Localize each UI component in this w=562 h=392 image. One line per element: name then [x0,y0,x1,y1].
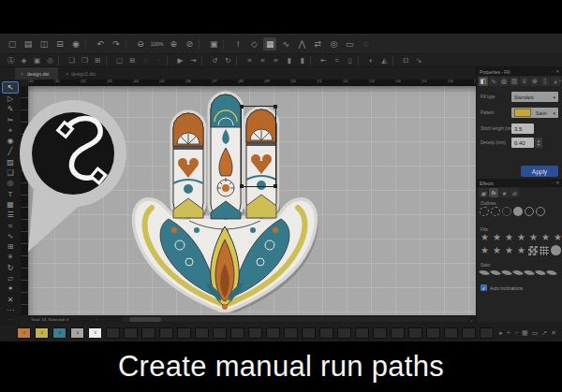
satin-style-6[interactable] [535,269,546,278]
color-chip[interactable] [391,327,405,339]
corner-chevron-icon[interactable]: ⌄ [469,316,474,323]
ptab-hoop[interactable]: ◍ [499,77,509,86]
color-chip[interactable]: 4 [70,327,84,339]
hamsa-design[interactable] [131,90,318,312]
sequence-list-tool[interactable]: ☰ [3,211,18,221]
manual-run-path-tool[interactable]: ∿ [3,231,18,241]
save-icon[interactable]: ◫ [37,37,51,51]
color-chip[interactable] [408,327,422,339]
design-canvas[interactable] [28,86,476,315]
color-chip[interactable] [106,327,120,339]
color-chip[interactable]: 5 [88,327,102,339]
warning-icon[interactable]: ! [231,37,244,51]
panel-toggle-icon[interactable]: ▭ [343,37,356,51]
flip-v-icon[interactable]: ≈ [332,55,342,65]
rotate-cw-icon[interactable]: ↻ [223,55,233,65]
pattern-dropdown[interactable]: Satin ▾ [511,108,558,118]
node-edit-tool[interactable]: ▷ [3,94,18,104]
divider[interactable] [58,56,64,65]
divider[interactable] [199,39,204,49]
outline-tool[interactable]: ▱ [3,273,18,283]
divider[interactable] [223,39,229,49]
color-chip[interactable] [230,327,244,339]
color-note-icon[interactable]: ▭ [532,329,539,336]
outline-style-2[interactable] [491,207,500,216]
ptab-fill[interactable]: ◧ [479,77,488,86]
selection-handle[interactable] [240,184,244,188]
grid-toggle-icon[interactable]: ▦ [263,37,276,51]
mesh-icon[interactable]: ⊞ [127,55,138,65]
divider[interactable] [358,56,363,65]
magnify-object-tool[interactable]: ◎ [3,179,18,189]
color-chip[interactable] [302,327,316,339]
tab-design-dst[interactable]: × design.dst [15,67,58,80]
ptab-trim[interactable]: ▯ [540,77,550,86]
swap-view-icon[interactable]: ⇄ [311,37,324,51]
outline-style-5[interactable] [525,207,534,216]
fill-style-6[interactable]: ★ [540,232,551,242]
satin-style-5[interactable] [524,269,535,278]
rotate-45-icon[interactable]: ◭ [379,55,390,65]
new-file-icon[interactable]: ▢ [6,37,19,51]
color-chip[interactable] [462,327,476,339]
selection-handle[interactable] [274,105,277,109]
fill-style-10[interactable]: ★ [504,245,514,255]
effects-tool[interactable]: ✳ [3,253,18,263]
fill-type-dropdown[interactable]: Standard ▾ [511,92,558,102]
close-tab-icon[interactable]: × [21,71,23,76]
fill-shape-icon[interactable]: ▣ [32,55,42,65]
selection-box[interactable] [241,106,276,187]
delete-color-icon[interactable]: ✕ [551,329,556,336]
outline-style-6[interactable] [536,207,545,216]
zoom-reset-icon[interactable]: ⊘ [183,37,196,51]
node-view-icon[interactable]: ⋀ [295,37,308,51]
redo-icon[interactable]: ↷ [110,37,123,51]
satin-style-7[interactable] [546,269,557,278]
satin-style-4[interactable] [512,269,524,278]
fill-style-3[interactable]: ★ [504,232,514,242]
reshape-tool[interactable]: ⊞ [3,241,18,252]
fill-style-8[interactable]: ★ [480,245,490,255]
etab-fx[interactable]: fx [489,188,498,197]
pen-tool[interactable]: ✎ [3,105,18,115]
fit-hoop-icon[interactable]: ⊡ [401,55,411,65]
view-3d-icon[interactable]: ◇ [247,37,260,51]
more-tools[interactable]: ⋯ [3,305,18,315]
density-stepper[interactable]: ▲▼ [535,138,542,148]
selection-handle[interactable] [240,105,244,109]
color-chip[interactable] [319,327,333,339]
color-chip[interactable] [266,327,280,339]
add-color-icon[interactable]: + [507,329,510,336]
ptab-applique[interactable]: ♕ [520,77,529,86]
close-icon[interactable]: ✕ [555,69,559,75]
satin-style-3[interactable] [501,269,512,278]
expand-icon[interactable]: ↘ [414,55,424,65]
color-chip[interactable] [159,327,173,339]
distribute-h-icon[interactable]: ▮ [284,55,294,65]
pin-icon[interactable]: ◦ [552,181,554,186]
remove-color-icon[interactable]: − [514,329,518,336]
close-icon[interactable]: ✕ [555,181,559,186]
stitch-length-input[interactable]: 3.5 [511,123,534,134]
ptab-machine[interactable]: ⊛ [530,77,540,86]
group-icon[interactable]: ❏ [67,55,77,65]
grid-tool[interactable]: ▦ [3,199,18,210]
divider[interactable] [167,56,172,65]
horizontal-scrollbar[interactable] [122,317,468,322]
fill-style-checker[interactable] [528,246,538,255]
color-chip[interactable]: 1 [17,327,31,339]
fill-style-4[interactable]: ★ [516,232,526,242]
wave-tool[interactable]: ≈ [3,221,18,231]
frame-icon[interactable]: ▢ [114,55,125,65]
zoom-level[interactable]: 100% [151,38,164,51]
fill-style-5[interactable]: ★ [528,232,539,242]
fill-style-9[interactable]: ★ [492,245,502,255]
tabs-nav-icons[interactable]: ‹ › [555,78,561,84]
hoop-icon[interactable]: ▣ [207,37,220,51]
spacing-icon[interactable]: ▯ [345,55,355,65]
outline-style-1[interactable] [480,207,489,216]
thread-chart-icon[interactable]: ▦ [522,329,528,336]
shapes-tool[interactable]: ❏ [3,167,18,178]
align-left-icon[interactable]: ≡ [244,55,255,65]
color-chip[interactable] [444,327,458,339]
